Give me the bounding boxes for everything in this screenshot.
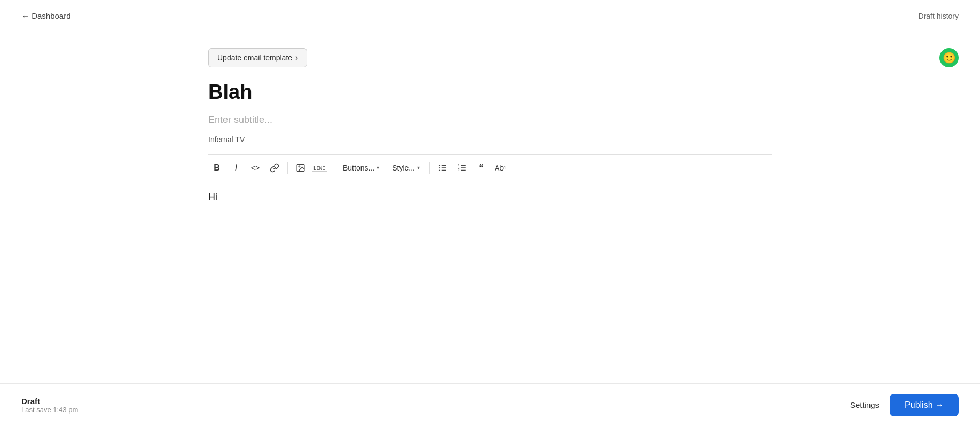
link-button[interactable]	[266, 159, 283, 176]
bullet-list-button[interactable]	[434, 159, 451, 176]
image-button[interactable]	[292, 159, 309, 176]
toolbar-separator-3	[429, 162, 430, 174]
draft-status-label: Draft	[21, 397, 78, 406]
last-save-label: Last save 1:43 pm	[21, 406, 78, 414]
bottom-bar: Draft Last save 1:43 pm Settings Publish…	[0, 383, 980, 426]
post-subtitle[interactable]: Enter subtitle...	[208, 114, 772, 126]
subtitle-area[interactable]: Enter subtitle...	[208, 114, 772, 126]
draft-history-link[interactable]: Draft history	[919, 12, 959, 20]
superscript-button[interactable]: Ab1	[492, 159, 509, 176]
code-button[interactable]: <>	[247, 159, 264, 176]
back-to-dashboard-link[interactable]: ← Dashboard	[21, 11, 71, 20]
bottom-right-actions: Settings Publish →	[850, 394, 959, 416]
buttons-dropdown[interactable]: Buttons... ▾	[338, 161, 385, 174]
editor-toolbar: B I <> LINE Buttons... ▾	[208, 154, 772, 181]
smiley-icon: 🙂	[943, 51, 956, 64]
title-area[interactable]: Blah	[208, 80, 772, 105]
italic-button[interactable]: I	[228, 159, 245, 176]
svg-point-8	[439, 167, 440, 168]
style-dropdown[interactable]: Style... ▾	[387, 161, 425, 174]
bold-button[interactable]: B	[208, 159, 225, 176]
top-nav: ← Dashboard Draft history	[0, 0, 980, 32]
update-email-template-button[interactable]: Update email template ›	[208, 48, 307, 67]
main-content: 🙂 Update email template › Blah Enter sub…	[0, 32, 980, 383]
publish-button[interactable]: Publish →	[890, 394, 959, 416]
svg-point-7	[439, 165, 440, 166]
user-indicator: 🙂	[939, 48, 959, 67]
toolbar-separator-1	[287, 162, 288, 174]
settings-button[interactable]: Settings	[850, 400, 879, 409]
post-body[interactable]: Hi	[208, 192, 772, 299]
quote-button[interactable]: ❝	[473, 159, 490, 176]
svg-text:3.: 3.	[458, 168, 460, 172]
line-divider-button[interactable]: LINE	[311, 159, 328, 176]
post-title[interactable]: Blah	[208, 80, 772, 105]
svg-point-9	[439, 169, 440, 171]
draft-info: Draft Last save 1:43 pm	[21, 397, 78, 414]
svg-point-1	[299, 166, 300, 167]
svg-text:LINE: LINE	[313, 166, 325, 171]
toolbar-separator-2	[333, 162, 333, 174]
author-line: Infernal TV	[208, 135, 772, 144]
numbered-list-button[interactable]: 1. 2. 3.	[453, 159, 471, 176]
